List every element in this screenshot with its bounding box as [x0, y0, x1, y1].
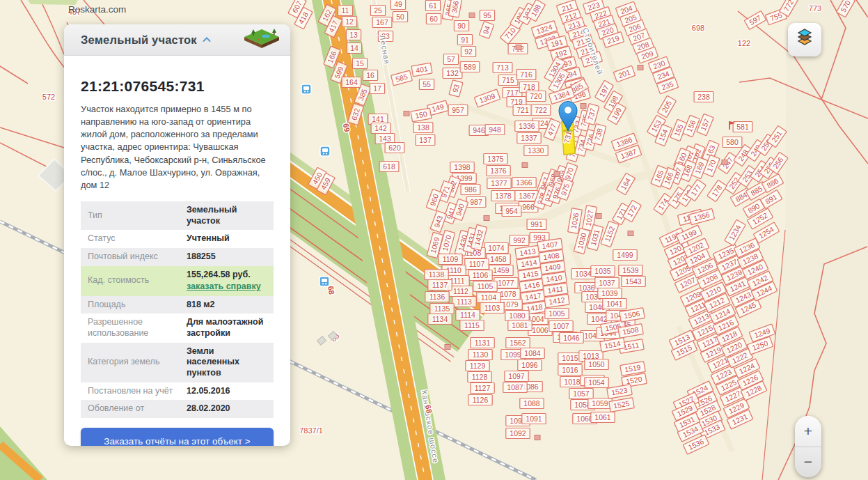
- parcel[interactable]: 1136: [425, 292, 449, 302]
- parcel[interactable]: 142: [371, 123, 390, 134]
- chevron-up-icon[interactable]: [203, 37, 211, 42]
- parcel[interactable]: 1131: [471, 338, 494, 348]
- parcel[interactable]: 1015: [558, 353, 582, 364]
- parcel[interactable]: 167: [372, 17, 392, 28]
- parcel[interactable]: 16: [363, 70, 377, 81]
- parcel[interactable]: 1005: [545, 309, 569, 319]
- parcel[interactable]: 1097: [505, 371, 528, 382]
- parcel[interactable]: 720: [526, 91, 546, 102]
- parcel[interactable]: 1130: [468, 350, 492, 360]
- parcel[interactable]: 1127: [471, 383, 494, 394]
- parcel[interactable]: 715: [498, 75, 518, 86]
- parcel[interactable]: 1138: [425, 270, 448, 280]
- parcel[interactable]: 1016: [558, 365, 582, 376]
- parcel[interactable]: 50: [393, 12, 407, 22]
- parcel[interactable]: 138: [413, 123, 433, 133]
- parcel[interactable]: 618: [379, 162, 399, 172]
- parcel[interactable]: 713: [493, 63, 512, 73]
- parcel[interactable]: 1375: [484, 154, 507, 164]
- parcel[interactable]: 1091: [522, 414, 546, 424]
- parcel[interactable]: 722: [531, 105, 551, 116]
- parcel[interactable]: 91: [457, 35, 472, 45]
- parcel[interactable]: 1115: [460, 320, 484, 331]
- order-reports-button[interactable]: Заказать отчёты на этот объект >: [81, 428, 274, 446]
- parcel[interactable]: 991: [527, 219, 546, 230]
- parcel[interactable]: 1109: [439, 254, 462, 265]
- order-certificate-link[interactable]: заказать справку: [187, 281, 267, 293]
- parcel[interactable]: 17: [370, 84, 384, 94]
- parcel[interactable]: 11: [338, 6, 352, 16]
- parcel[interactable]: 1088: [520, 398, 544, 409]
- parcel[interactable]: 1543: [622, 277, 645, 287]
- parcel[interactable]: 580: [723, 137, 742, 148]
- parcel[interactable]: 1336: [515, 121, 539, 132]
- parcel[interactable]: 1539: [619, 265, 642, 276]
- parcel[interactable]: 1081: [508, 320, 532, 331]
- parcel[interactable]: 1007: [549, 321, 573, 332]
- parcel[interactable]: 1398: [450, 162, 474, 173]
- parcel[interactable]: 1337: [517, 133, 541, 144]
- parcel[interactable]: 1092: [506, 428, 530, 439]
- panel-header[interactable]: Земельный участок: [64, 24, 290, 56]
- parcel[interactable]: 132: [443, 68, 462, 79]
- parcel[interactable]: 1114: [456, 310, 480, 320]
- zoom-in-button[interactable]: +: [795, 416, 821, 447]
- parcel[interactable]: 1499: [613, 250, 637, 261]
- parcel[interactable]: 60: [426, 14, 441, 24]
- parcel[interactable]: 1103: [480, 303, 504, 313]
- parcel[interactable]: 1366: [512, 178, 536, 188]
- parcel[interactable]: 15: [352, 59, 367, 69]
- parcel[interactable]: 61: [425, 1, 440, 11]
- parcel[interactable]: 1059: [588, 398, 612, 409]
- parcel[interactable]: 1126: [468, 395, 492, 405]
- parcel[interactable]: 1039: [598, 288, 622, 299]
- parcel[interactable]: 957: [448, 105, 468, 116]
- parcel[interactable]: 238: [694, 92, 713, 102]
- parcel[interactable]: 1128: [468, 372, 491, 382]
- parcel[interactable]: 1135: [430, 304, 454, 314]
- parcel[interactable]: 716: [516, 70, 536, 80]
- parcel[interactable]: 1378: [491, 191, 515, 201]
- parcel[interactable]: 1041: [603, 299, 626, 309]
- parcel[interactable]: 1074: [484, 243, 508, 254]
- parcel[interactable]: 948: [485, 125, 505, 135]
- parcel[interactable]: 1562: [506, 338, 530, 348]
- parcel[interactable]: 1107: [465, 259, 489, 270]
- parcel[interactable]: 1054: [585, 378, 608, 388]
- parcel[interactable]: 1084: [521, 348, 544, 359]
- parcel[interactable]: 1129: [466, 361, 489, 371]
- parcel[interactable]: 164: [342, 77, 361, 88]
- parcel[interactable]: 12: [342, 17, 356, 27]
- parcel[interactable]: 1061: [591, 412, 615, 423]
- parcel[interactable]: 992: [510, 235, 529, 246]
- parcel[interactable]: 49: [390, 0, 405, 10]
- parcel[interactable]: 13: [346, 30, 361, 40]
- parcel[interactable]: 1077: [494, 278, 518, 288]
- parcel[interactable]: 1330: [524, 146, 548, 156]
- parcel[interactable]: 90: [454, 21, 468, 31]
- parcel[interactable]: 1112: [449, 286, 473, 297]
- parcel[interactable]: 137: [416, 135, 435, 146]
- parcel[interactable]: 92: [461, 47, 475, 57]
- parcel[interactable]: 986: [461, 185, 480, 195]
- parcel[interactable]: 25: [370, 6, 385, 16]
- parcel[interactable]: 1459: [489, 265, 513, 276]
- parcel[interactable]: 589: [460, 62, 480, 72]
- parcel[interactable]: 581: [733, 122, 752, 132]
- parcel[interactable]: 1376: [487, 166, 510, 176]
- parcel[interactable]: 1134: [428, 314, 452, 325]
- parcel[interactable]: 1087: [503, 382, 527, 393]
- parcel[interactable]: 95: [480, 10, 494, 21]
- parcel[interactable]: 57: [443, 54, 458, 65]
- parcel[interactable]: 1050: [585, 359, 608, 370]
- parcel[interactable]: 987: [466, 197, 486, 208]
- parcel[interactable]: 14: [347, 43, 361, 54]
- parcel[interactable]: 620: [385, 143, 404, 153]
- parcel[interactable]: 1080: [505, 311, 529, 321]
- parcel[interactable]: 1106: [468, 270, 492, 281]
- parcel[interactable]: 1113: [452, 297, 476, 307]
- parcel[interactable]: 1057: [569, 389, 593, 399]
- parcel[interactable]: 1037: [595, 278, 619, 288]
- parcel[interactable]: 1104: [477, 293, 500, 303]
- parcel[interactable]: 721: [513, 105, 532, 116]
